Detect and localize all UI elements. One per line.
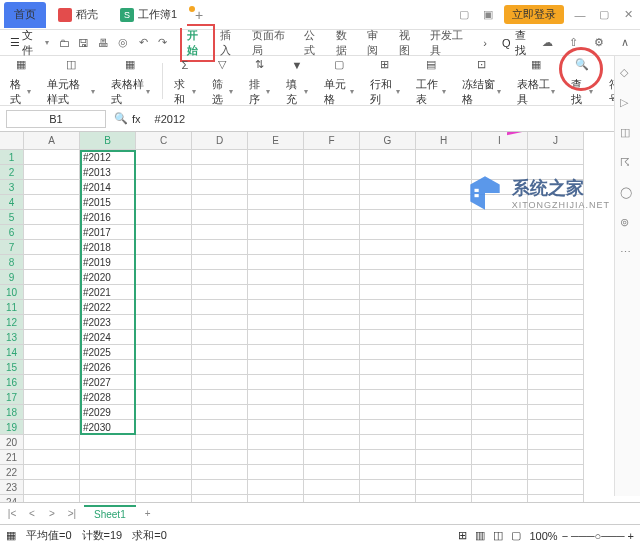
cell-H24[interactable] <box>416 495 472 502</box>
cell-H12[interactable] <box>416 315 472 330</box>
cell-H14[interactable] <box>416 345 472 360</box>
cell-C13[interactable] <box>136 330 192 345</box>
cell-J17[interactable] <box>528 390 584 405</box>
cell-B6[interactable]: #2017 <box>80 225 136 240</box>
ribbon-sheet[interactable]: ▤工作表▾ <box>412 55 450 107</box>
open-icon[interactable]: 🗀 <box>55 34 73 52</box>
cell-H21[interactable] <box>416 450 472 465</box>
cell-J2[interactable] <box>528 165 584 180</box>
row-header-9[interactable]: 9 <box>0 270 24 285</box>
cell-B21[interactable] <box>80 450 136 465</box>
cell-C24[interactable] <box>136 495 192 502</box>
cell-E8[interactable] <box>248 255 304 270</box>
cell-E14[interactable] <box>248 345 304 360</box>
cell-A7[interactable] <box>24 240 80 255</box>
search-fx-icon[interactable]: 🔍 <box>114 112 128 125</box>
cell-I20[interactable] <box>472 435 528 450</box>
cell-A6[interactable] <box>24 225 80 240</box>
tab-shell[interactable]: 稻壳 <box>48 2 108 28</box>
cell-G4[interactable] <box>360 195 416 210</box>
row-header-14[interactable]: 14 <box>0 345 24 360</box>
cell-D17[interactable] <box>192 390 248 405</box>
cell-G3[interactable] <box>360 180 416 195</box>
cell-F8[interactable] <box>304 255 360 270</box>
cell-F19[interactable] <box>304 420 360 435</box>
cell-F4[interactable] <box>304 195 360 210</box>
cell-E22[interactable] <box>248 465 304 480</box>
cell-F16[interactable] <box>304 375 360 390</box>
cell-J20[interactable] <box>528 435 584 450</box>
cell-J3[interactable] <box>528 180 584 195</box>
cell-I4[interactable] <box>472 195 528 210</box>
row-header-16[interactable]: 16 <box>0 375 24 390</box>
cell-B14[interactable]: #2025 <box>80 345 136 360</box>
cell-F22[interactable] <box>304 465 360 480</box>
col-header-I[interactable]: I <box>472 132 528 150</box>
view-mode-icon[interactable]: ▢ <box>511 529 521 542</box>
cell-E2[interactable] <box>248 165 304 180</box>
cell-D21[interactable] <box>192 450 248 465</box>
cell-E6[interactable] <box>248 225 304 240</box>
cell-C10[interactable] <box>136 285 192 300</box>
cell-G2[interactable] <box>360 165 416 180</box>
cell-C20[interactable] <box>136 435 192 450</box>
cell-A21[interactable] <box>24 450 80 465</box>
cell-I14[interactable] <box>472 345 528 360</box>
cell-G8[interactable] <box>360 255 416 270</box>
cell-G14[interactable] <box>360 345 416 360</box>
cell-G12[interactable] <box>360 315 416 330</box>
cell-A23[interactable] <box>24 480 80 495</box>
cell-A4[interactable] <box>24 195 80 210</box>
cell-A16[interactable] <box>24 375 80 390</box>
cell-C21[interactable] <box>136 450 192 465</box>
cell-D9[interactable] <box>192 270 248 285</box>
cell-B18[interactable]: #2029 <box>80 405 136 420</box>
redo-icon[interactable]: ↷ <box>154 34 172 52</box>
cell-E16[interactable] <box>248 375 304 390</box>
save-icon[interactable]: 🖫 <box>75 34 93 52</box>
cell-I11[interactable] <box>472 300 528 315</box>
row-header-24[interactable]: 24 <box>0 495 24 502</box>
row-header-10[interactable]: 10 <box>0 285 24 300</box>
cell-E4[interactable] <box>248 195 304 210</box>
cell-H8[interactable] <box>416 255 472 270</box>
ribbon-tools[interactable]: ▦表格工具▾ <box>513 55 560 107</box>
panel-icon[interactable]: ▣ <box>480 7 496 23</box>
col-header-B[interactable]: B <box>80 132 136 150</box>
cell-G19[interactable] <box>360 420 416 435</box>
cell-F12[interactable] <box>304 315 360 330</box>
cell-I24[interactable] <box>472 495 528 502</box>
cell-H4[interactable] <box>416 195 472 210</box>
cell-F21[interactable] <box>304 450 360 465</box>
cell-B19[interactable]: #2030 <box>80 420 136 435</box>
cell-D23[interactable] <box>192 480 248 495</box>
ribbon-format[interactable]: ▦格式▾ <box>6 55 35 107</box>
cell-D18[interactable] <box>192 405 248 420</box>
cell-G16[interactable] <box>360 375 416 390</box>
zoom-control[interactable]: 100% − ───○─── + <box>529 530 634 542</box>
cell-B15[interactable]: #2026 <box>80 360 136 375</box>
cell-D13[interactable] <box>192 330 248 345</box>
cell-C4[interactable] <box>136 195 192 210</box>
col-header-C[interactable]: C <box>136 132 192 150</box>
cell-E24[interactable] <box>248 495 304 502</box>
cell-G5[interactable] <box>360 210 416 225</box>
cell-G21[interactable] <box>360 450 416 465</box>
cell-A12[interactable] <box>24 315 80 330</box>
cell-I23[interactable] <box>472 480 528 495</box>
cell-D5[interactable] <box>192 210 248 225</box>
cell-B20[interactable] <box>80 435 136 450</box>
cell-G13[interactable] <box>360 330 416 345</box>
cell-F3[interactable] <box>304 180 360 195</box>
formula-bar[interactable]: #2012 <box>149 111 634 127</box>
cell-E5[interactable] <box>248 210 304 225</box>
cell-B12[interactable]: #2023 <box>80 315 136 330</box>
ribbon-freeze[interactable]: ⊡冻结窗格▾ <box>458 55 505 107</box>
cell-E21[interactable] <box>248 450 304 465</box>
col-header-H[interactable]: H <box>416 132 472 150</box>
cloud-icon[interactable]: ☁ <box>538 34 556 52</box>
cell-A3[interactable] <box>24 180 80 195</box>
cell-C5[interactable] <box>136 210 192 225</box>
row-header-19[interactable]: 19 <box>0 420 24 435</box>
login-button[interactable]: 立即登录 <box>504 5 564 24</box>
